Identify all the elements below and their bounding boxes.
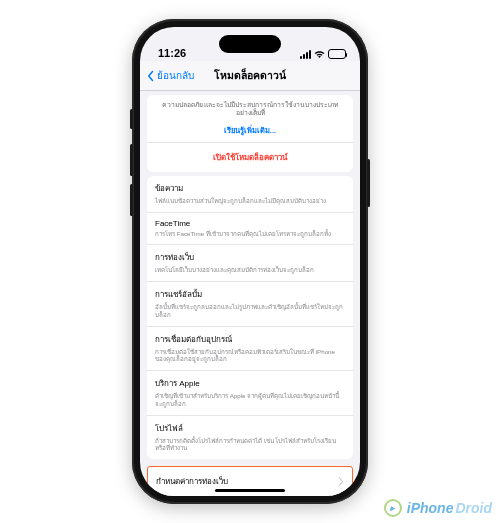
item-desc: อัลบั้มที่แชร์จะถูกลบออกและไม่รูปภาพและค… xyxy=(155,303,345,319)
item-title: การท่องเว็บ xyxy=(155,251,345,264)
item-title: การเชื่อมต่อกับอุปกรณ์ xyxy=(155,333,345,346)
intro-card: ความปลอดภัย และจะไม่มีประสบการณ์การใช้งา… xyxy=(147,95,353,172)
power-button xyxy=(367,159,370,207)
volume-down-button xyxy=(130,184,133,216)
list-item: ข้อความ ไฟล์แนบข้อความส่วนใหญ่จะถูกบล็อก… xyxy=(147,176,353,213)
learn-more-link[interactable]: เรียนรู้เพิ่มเติม... xyxy=(147,122,353,142)
item-title: การแชร์อัลบั้ม xyxy=(155,288,345,301)
signal-icon xyxy=(300,50,311,59)
back-label: ย้อนกลับ xyxy=(157,68,194,83)
list-item: FaceTime การโทร FaceTime ที่เข้ามาจากคนท… xyxy=(147,213,353,246)
watermark: ▸ iPhoneDroid xyxy=(384,499,492,517)
back-button[interactable]: ย้อนกลับ xyxy=(146,68,194,83)
nav-bar: ย้อนกลับ โหมดล็อคดาวน์ xyxy=(140,61,360,91)
iphone-frame: 11:26 75 ย้อนกลับ โหมดล็อคดาวน์ ความปลอด… xyxy=(132,19,368,504)
list-item: การแชร์อัลบั้ม อัลบั้มที่แชร์จะถูกลบออกแ… xyxy=(147,282,353,327)
home-indicator[interactable] xyxy=(215,489,285,492)
chevron-left-icon xyxy=(146,70,156,82)
watermark-text-2: Droid xyxy=(455,500,492,516)
item-desc: การโทร FaceTime ที่เข้ามาจากคนที่คุณไม่เ… xyxy=(155,230,345,238)
item-desc: การเชื่อมต่อใช้สายกับอุปกรณ์หรือคอมพิวเต… xyxy=(155,348,345,364)
content-scroll[interactable]: ความปลอดภัย และจะไม่มีประสบการณ์การใช้งา… xyxy=(140,91,360,496)
item-desc: ไฟล์แนบข้อความส่วนใหญ่จะถูกบล็อกและไม่มี… xyxy=(155,197,345,205)
item-desc: คำเชิญที่เข้ามาสำหรับบริการ Apple จากผู้… xyxy=(155,392,345,408)
screen: 11:26 75 ย้อนกลับ โหมดล็อคดาวน์ ความปลอด… xyxy=(140,27,360,496)
item-desc: เทคโนโลยีเว็บบางอย่างและคุณสมบัติการท่อง… xyxy=(155,266,345,274)
item-title: FaceTime xyxy=(155,219,345,228)
chevron-right-icon xyxy=(338,477,344,487)
volume-up-button xyxy=(130,144,133,176)
configure-web-label: กำหนดค่าการท่องเว็บ xyxy=(156,475,228,488)
item-title: โปรไฟล์ xyxy=(155,422,345,435)
dynamic-island xyxy=(219,35,281,53)
wifi-icon xyxy=(314,50,325,59)
watermark-logo-icon: ▸ xyxy=(384,499,402,517)
item-title: บริการ Apple xyxy=(155,377,345,390)
list-item: การเชื่อมต่อกับอุปกรณ์ การเชื่อมต่อใช้สา… xyxy=(147,327,353,372)
list-item: บริการ Apple คำเชิญที่เข้ามาสำหรับบริการ… xyxy=(147,371,353,416)
features-section: ข้อความ ไฟล์แนบข้อความส่วนใหญ่จะถูกบล็อก… xyxy=(147,176,353,459)
enable-lockdown-button[interactable]: เปิดใช้โหมดล็อคดาวน์ xyxy=(147,142,353,172)
status-time: 11:26 xyxy=(158,47,186,59)
list-item: โปรไฟล์ ถ้าสามารถติดตั้งโปรไฟล์การกำหนดค… xyxy=(147,416,353,460)
item-desc: ถ้าสามารถติดตั้งโปรไฟล์การกำหนดค่าได้ เช… xyxy=(155,437,345,453)
item-title: ข้อความ xyxy=(155,182,345,195)
watermark-text-1: iPhone xyxy=(407,500,454,516)
page-title: โหมดล็อคดาวน์ xyxy=(214,67,286,84)
battery-icon: 75 xyxy=(328,49,346,59)
list-item: การท่องเว็บ เทคโนโลยีเว็บบางอย่างและคุณส… xyxy=(147,245,353,282)
side-button xyxy=(130,109,133,129)
intro-text: ความปลอดภัย และจะไม่มีประสบการณ์การใช้งา… xyxy=(147,95,353,122)
